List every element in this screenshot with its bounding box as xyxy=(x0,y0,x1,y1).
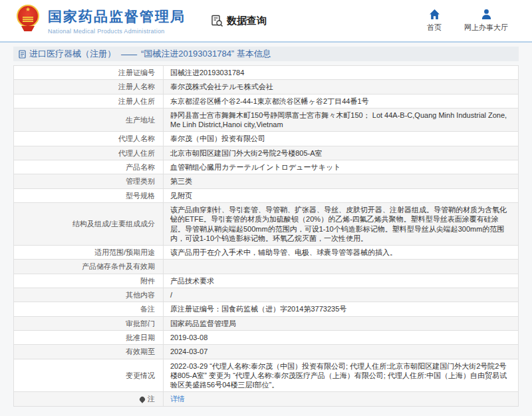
row-label: 变更情况 xyxy=(14,359,164,392)
emblem-ribbon xyxy=(21,26,35,31)
row-label: 备注 xyxy=(14,302,164,316)
breadcrumb-current: “国械注进20193031784” 基本信息 xyxy=(141,48,271,60)
home-icon xyxy=(429,9,440,20)
table-row: 生产地址静冈县富士宫市舞舞木町150号静岡県富士宮市舞々木町150； Lot 4… xyxy=(14,108,519,132)
row-label-text: 适用范围/预期用途 xyxy=(94,248,155,256)
table-row: 代理人名称泰尔茂（中国）投资有限公司 xyxy=(14,132,519,146)
row-label: 其他内容 xyxy=(14,288,164,302)
table-row: 其他内容/ xyxy=(14,288,519,302)
site-subtitle: National Medical Products Administration xyxy=(48,28,186,35)
breadcrumb: 进口医疗器械（注册） —— “国械注进20193031784” 基本信息 xyxy=(13,47,519,61)
table-row: 附件产品技术要求 xyxy=(14,274,519,288)
table-row: 注详情 xyxy=(14,392,519,406)
home-link[interactable]: 首页 xyxy=(427,9,442,33)
data-query-label: 数据查询 xyxy=(227,15,267,27)
row-label-text: 型号规格 xyxy=(126,192,155,200)
row-label: 批准日期 xyxy=(14,330,164,344)
logo-block[interactable]: ★ 国家药品监督管理局 National Medical Products Ad… xyxy=(15,3,186,39)
row-label: 审批部门 xyxy=(14,316,164,330)
row-label-text: 管理类别 xyxy=(126,177,155,185)
row-label: 注册人住所 xyxy=(14,94,164,108)
registration-info-table: 注册证编号国械注进20193031784注册人名称泰尔茂株式会社テルモ株式会社注… xyxy=(13,65,519,407)
row-label-text: 其他内容 xyxy=(126,291,155,299)
details-link[interactable]: 详情 xyxy=(170,395,185,403)
row-label: 注册证编号 xyxy=(14,66,164,80)
row-label-text: 附件 xyxy=(140,277,155,285)
row-value: 见附页 xyxy=(164,188,519,202)
row-value: 东京都涩谷区幡个谷2-44-1東京都渋谷区幡ヶ谷2丁目44番1号 xyxy=(164,94,519,108)
row-label-text: 备注 xyxy=(140,305,155,313)
row-value: 2019-03-08 xyxy=(164,330,519,344)
row-label: 适用范围/预期用途 xyxy=(14,246,164,260)
table-row: 产品名称血管鞘组心臓用カテーテルイントロデューサキット xyxy=(14,160,519,174)
main-content: 进口医疗器械（注册） —— “国械注进20193031784” 基本信息 注册证… xyxy=(0,43,532,416)
row-value: / xyxy=(164,288,519,302)
row-label: 有效期至 xyxy=(14,345,164,359)
row-label: 结构及组成/主要组成成分 xyxy=(14,202,164,245)
row-value: 泰尔茂株式会社テルモ株式会社 xyxy=(164,80,519,94)
site-title: 国家药品监督管理局 xyxy=(48,7,186,26)
row-label-text: 注册人住所 xyxy=(118,97,155,105)
row-value: 第三类 xyxy=(164,174,519,188)
row-label-text: 注册人名称 xyxy=(118,83,155,91)
row-label-text: 产品储存条件及有效期 xyxy=(82,262,155,270)
row-value: 血管鞘组心臓用カテーテルイントロデューサキット xyxy=(164,160,519,174)
row-value: 北京市朝阳区建国门外大街2号院2号楼805-A室 xyxy=(164,146,519,160)
row-value: 产品技术要求 xyxy=(164,274,519,288)
table-row: 注册证编号国械注进20193031784 xyxy=(14,66,519,80)
row-label: 注 xyxy=(14,392,164,406)
table-row: 备注原注册证编号：国食药监械（进）字2014第3773235号 xyxy=(14,302,519,316)
row-value: 该产品用于在介入手术中，辅助导管、电极、球囊导管等器械的插入。 xyxy=(164,246,519,260)
table-row: 产品储存条件及有效期 xyxy=(14,260,519,274)
table-row: 注册人住所东京都涩谷区幡个谷2-44-1東京都渋谷区幡ヶ谷2丁目44番1号 xyxy=(14,94,519,108)
table-row: 审批部门国家药品监督管理局 xyxy=(14,316,519,330)
row-label: 生产地址 xyxy=(14,108,164,132)
row-label-text: 有效期至 xyxy=(126,347,155,355)
table-row: 代理人住所北京市朝阳区建国门外大街2号院2号楼805-A室 xyxy=(14,146,519,160)
row-label-text: 代理人名称 xyxy=(118,134,155,142)
data-query-icon xyxy=(211,15,223,27)
row-label-text: 产品名称 xyxy=(126,163,155,171)
row-label: 产品名称 xyxy=(14,160,164,174)
row-value xyxy=(164,260,519,274)
row-label: 管理类别 xyxy=(14,174,164,188)
row-value: 静冈县富士宫市舞舞木町150号静岡県富士宮市舞々木町150； Lot 44A-B… xyxy=(164,108,519,132)
table-row: 型号规格见附页 xyxy=(14,188,519,202)
table-row: 注册人名称泰尔茂株式会社テルモ株式会社 xyxy=(14,80,519,94)
site-header: ★ 国家药品监督管理局 National Medical Products Ad… xyxy=(0,0,532,41)
breadcrumb-category[interactable]: 进口医疗器械（注册） xyxy=(29,48,116,60)
row-label-text: 代理人住所 xyxy=(118,149,155,157)
row-value: 原注册证编号：国食药监械（进）字2014第3773235号 xyxy=(164,302,519,316)
row-label-text: 结构及组成/主要组成成分 xyxy=(72,220,155,228)
person-icon xyxy=(481,9,492,20)
row-value: 国械注进20193031784 xyxy=(164,66,519,80)
table-row: 管理类别第三类 xyxy=(14,174,519,188)
row-label: 型号规格 xyxy=(14,188,164,202)
national-emblem-logo: ★ xyxy=(15,3,41,39)
star-icon: ★ xyxy=(25,7,31,13)
row-label: 代理人名称 xyxy=(14,132,164,146)
row-value: 泰尔茂（中国）投资有限公司 xyxy=(164,132,519,146)
table-row: 变更情况2022-03-29 “代理人名称:泰尔茂（中国）投资有限公司; 代理人… xyxy=(14,359,519,392)
row-value: 国家药品监督管理局 xyxy=(164,316,519,330)
row-value: 详情 xyxy=(164,392,519,406)
row-label-text: 注册证编号 xyxy=(118,69,155,77)
table-row: 适用范围/预期用途该产品用于在介入手术中，辅助导管、电极、球囊导管等器械的插入。 xyxy=(14,246,519,260)
row-label-text: 注 xyxy=(148,395,155,403)
online-hall-link[interactable]: 网上办事大厅 xyxy=(464,9,508,33)
note-pin-icon xyxy=(138,396,146,403)
row-label-text: 审批部门 xyxy=(126,319,155,327)
home-label: 首页 xyxy=(427,23,442,33)
table-row: 批准日期2019-03-08 xyxy=(14,330,519,344)
row-label: 产品储存条件及有效期 xyxy=(14,260,164,274)
data-query-nav[interactable]: 数据查询 xyxy=(211,15,267,27)
row-value: 2022-03-29 “代理人名称:泰尔茂（中国）投资有限公司; 代理人住所:北… xyxy=(164,359,519,392)
emblem-circle: ★ xyxy=(17,5,39,27)
row-value: 2024-03-07 xyxy=(164,345,519,359)
row-label: 注册人名称 xyxy=(14,80,164,94)
document-icon xyxy=(19,50,27,59)
breadcrumb-separator: —— xyxy=(121,49,136,59)
row-label: 附件 xyxy=(14,274,164,288)
row-label-text: 变更情况 xyxy=(126,371,155,379)
row-label-text: 批准日期 xyxy=(126,333,155,341)
